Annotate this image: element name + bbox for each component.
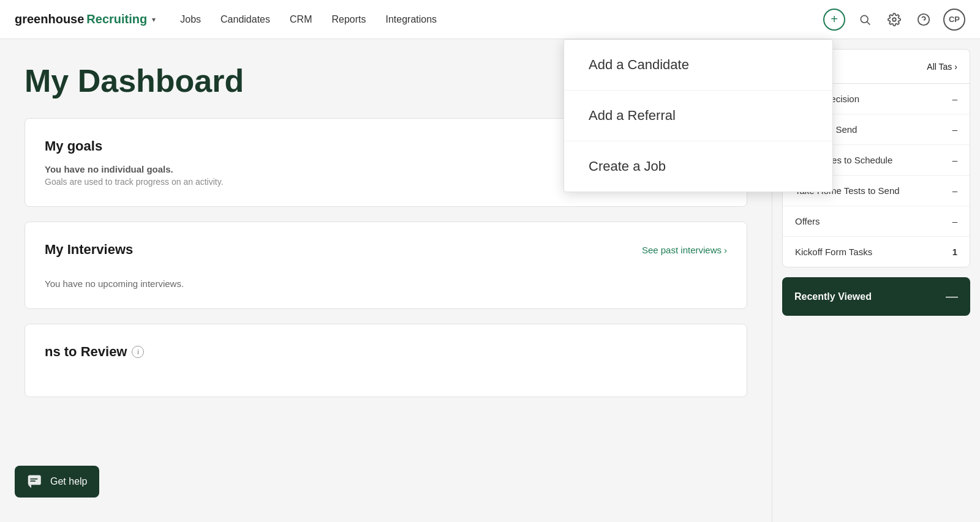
get-help-label: Get help (50, 476, 87, 487)
svg-rect-6 (30, 479, 37, 480)
chat-icon (27, 473, 44, 490)
svg-rect-5 (28, 475, 41, 485)
get-help-button[interactable]: Get help (15, 466, 99, 498)
dropdown-create-job[interactable]: Create a Job (564, 141, 832, 192)
dropdown-overlay[interactable] (0, 0, 980, 522)
dropdown-add-referral[interactable]: Add a Referral (564, 91, 832, 141)
svg-rect-7 (30, 480, 36, 482)
dropdown-add-candidate[interactable]: Add a Candidate (564, 40, 832, 91)
dropdown-menu: Add a Candidate Add a Referral Create a … (564, 39, 833, 192)
